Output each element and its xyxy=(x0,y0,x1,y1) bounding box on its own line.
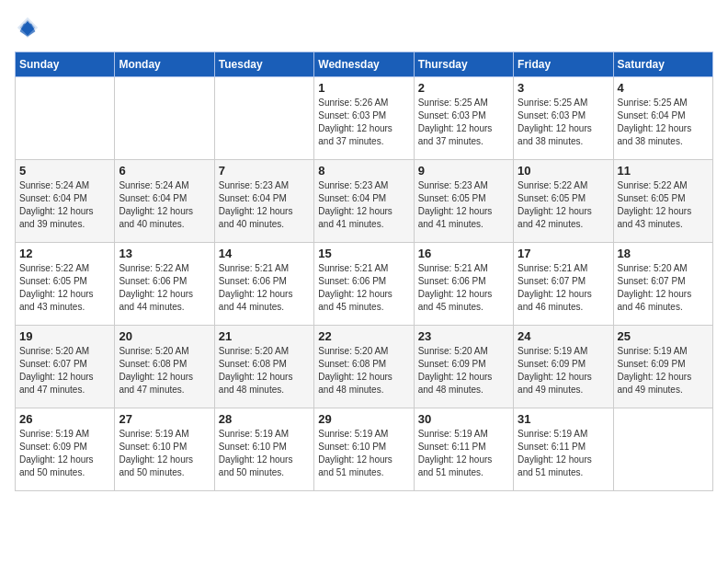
calendar-cell: 31Sunrise: 5:19 AM Sunset: 6:11 PM Dayli… xyxy=(514,408,613,491)
day-number: 27 xyxy=(119,412,210,426)
day-info: Sunrise: 5:20 AM Sunset: 6:08 PM Dayligh… xyxy=(119,345,210,396)
day-number: 9 xyxy=(418,164,509,178)
calendar-cell xyxy=(613,408,712,491)
day-info: Sunrise: 5:19 AM Sunset: 6:09 PM Dayligh… xyxy=(19,428,110,479)
calendar-cell: 22Sunrise: 5:20 AM Sunset: 6:08 PM Dayli… xyxy=(314,326,414,408)
day-number: 6 xyxy=(119,164,210,178)
day-info: Sunrise: 5:22 AM Sunset: 6:05 PM Dayligh… xyxy=(618,179,709,231)
day-info: Sunrise: 5:21 AM Sunset: 6:07 PM Dayligh… xyxy=(518,262,609,314)
calendar-cell: 24Sunrise: 5:19 AM Sunset: 6:09 PM Dayli… xyxy=(514,326,613,408)
calendar-cell: 17Sunrise: 5:21 AM Sunset: 6:07 PM Dayli… xyxy=(514,243,613,326)
calendar-table: SundayMondayTuesdayWednesdayThursdayFrid… xyxy=(15,52,713,491)
day-number: 24 xyxy=(518,329,609,343)
calendar-week-1: 5Sunrise: 5:24 AM Sunset: 6:04 PM Daylig… xyxy=(16,160,713,243)
day-number: 8 xyxy=(318,164,409,178)
calendar-cell: 2Sunrise: 5:25 AM Sunset: 6:03 PM Daylig… xyxy=(414,77,513,160)
day-info: Sunrise: 5:19 AM Sunset: 6:09 PM Dayligh… xyxy=(518,345,609,396)
page-header xyxy=(15,15,713,40)
logo-icon xyxy=(15,15,40,40)
calendar-cell: 6Sunrise: 5:24 AM Sunset: 6:04 PM Daylig… xyxy=(115,160,214,243)
day-info: Sunrise: 5:19 AM Sunset: 6:11 PM Dayligh… xyxy=(418,428,509,479)
day-number: 18 xyxy=(618,247,709,260)
day-number: 3 xyxy=(518,81,609,95)
calendar-cell xyxy=(115,77,214,160)
weekday-header-thursday: Thursday xyxy=(414,52,513,77)
day-info: Sunrise: 5:19 AM Sunset: 6:11 PM Dayligh… xyxy=(518,428,609,479)
day-number: 10 xyxy=(518,164,609,178)
calendar-cell: 3Sunrise: 5:25 AM Sunset: 6:03 PM Daylig… xyxy=(514,77,613,160)
day-number: 17 xyxy=(518,247,609,260)
weekday-header-wednesday: Wednesday xyxy=(314,52,414,77)
calendar-cell: 14Sunrise: 5:21 AM Sunset: 6:06 PM Dayli… xyxy=(214,243,313,326)
day-info: Sunrise: 5:25 AM Sunset: 6:03 PM Dayligh… xyxy=(518,97,609,148)
calendar-cell: 8Sunrise: 5:23 AM Sunset: 6:04 PM Daylig… xyxy=(314,160,414,243)
calendar-week-4: 26Sunrise: 5:19 AM Sunset: 6:09 PM Dayli… xyxy=(16,408,713,491)
day-info: Sunrise: 5:23 AM Sunset: 6:05 PM Dayligh… xyxy=(418,179,509,231)
calendar-week-3: 19Sunrise: 5:20 AM Sunset: 6:07 PM Dayli… xyxy=(16,326,713,408)
calendar-cell: 1Sunrise: 5:26 AM Sunset: 6:03 PM Daylig… xyxy=(314,77,414,160)
calendar-cell: 12Sunrise: 5:22 AM Sunset: 6:05 PM Dayli… xyxy=(16,243,115,326)
weekday-header-friday: Friday xyxy=(514,52,613,77)
weekday-header-tuesday: Tuesday xyxy=(214,52,313,77)
calendar-week-0: 1Sunrise: 5:26 AM Sunset: 6:03 PM Daylig… xyxy=(16,77,713,160)
day-info: Sunrise: 5:24 AM Sunset: 6:04 PM Dayligh… xyxy=(119,179,210,231)
day-number: 16 xyxy=(418,247,509,260)
day-info: Sunrise: 5:26 AM Sunset: 6:03 PM Dayligh… xyxy=(318,97,409,148)
calendar-cell: 5Sunrise: 5:24 AM Sunset: 6:04 PM Daylig… xyxy=(16,160,115,243)
day-number: 19 xyxy=(19,329,110,343)
day-number: 25 xyxy=(618,329,709,343)
logo xyxy=(15,15,44,40)
day-number: 4 xyxy=(618,81,709,95)
weekday-header-saturday: Saturday xyxy=(613,52,712,77)
calendar-cell: 9Sunrise: 5:23 AM Sunset: 6:05 PM Daylig… xyxy=(414,160,513,243)
calendar-cell: 26Sunrise: 5:19 AM Sunset: 6:09 PM Dayli… xyxy=(16,408,115,491)
day-number: 14 xyxy=(219,247,310,260)
day-info: Sunrise: 5:21 AM Sunset: 6:06 PM Dayligh… xyxy=(418,262,509,314)
calendar-week-2: 12Sunrise: 5:22 AM Sunset: 6:05 PM Dayli… xyxy=(16,243,713,326)
calendar-cell: 20Sunrise: 5:20 AM Sunset: 6:08 PM Dayli… xyxy=(115,326,214,408)
calendar-cell: 27Sunrise: 5:19 AM Sunset: 6:10 PM Dayli… xyxy=(115,408,214,491)
day-info: Sunrise: 5:24 AM Sunset: 6:04 PM Dayligh… xyxy=(19,179,110,231)
day-number: 21 xyxy=(219,329,310,343)
calendar-cell: 11Sunrise: 5:22 AM Sunset: 6:05 PM Dayli… xyxy=(613,160,712,243)
day-number: 26 xyxy=(19,412,110,426)
day-number: 5 xyxy=(19,164,110,178)
calendar-cell: 21Sunrise: 5:20 AM Sunset: 6:08 PM Dayli… xyxy=(214,326,313,408)
day-number: 31 xyxy=(518,412,609,426)
calendar-cell: 15Sunrise: 5:21 AM Sunset: 6:06 PM Dayli… xyxy=(314,243,414,326)
day-number: 22 xyxy=(318,329,409,343)
day-number: 11 xyxy=(618,164,709,178)
calendar-cell: 29Sunrise: 5:19 AM Sunset: 6:10 PM Dayli… xyxy=(314,408,414,491)
day-info: Sunrise: 5:23 AM Sunset: 6:04 PM Dayligh… xyxy=(219,179,310,231)
day-info: Sunrise: 5:19 AM Sunset: 6:09 PM Dayligh… xyxy=(618,345,709,396)
weekday-header-monday: Monday xyxy=(115,52,214,77)
calendar-cell: 30Sunrise: 5:19 AM Sunset: 6:11 PM Dayli… xyxy=(414,408,513,491)
calendar-cell: 28Sunrise: 5:19 AM Sunset: 6:10 PM Dayli… xyxy=(214,408,313,491)
day-number: 12 xyxy=(19,247,110,260)
day-number: 15 xyxy=(318,247,409,260)
day-info: Sunrise: 5:20 AM Sunset: 6:09 PM Dayligh… xyxy=(418,345,509,396)
day-info: Sunrise: 5:20 AM Sunset: 6:08 PM Dayligh… xyxy=(318,345,409,396)
calendar-cell: 13Sunrise: 5:22 AM Sunset: 6:06 PM Dayli… xyxy=(115,243,214,326)
day-number: 23 xyxy=(418,329,509,343)
day-info: Sunrise: 5:25 AM Sunset: 6:03 PM Dayligh… xyxy=(418,97,509,148)
day-info: Sunrise: 5:20 AM Sunset: 6:08 PM Dayligh… xyxy=(219,345,310,396)
calendar-cell: 10Sunrise: 5:22 AM Sunset: 6:05 PM Dayli… xyxy=(514,160,613,243)
day-number: 30 xyxy=(418,412,509,426)
day-info: Sunrise: 5:21 AM Sunset: 6:06 PM Dayligh… xyxy=(219,262,310,314)
calendar-cell: 16Sunrise: 5:21 AM Sunset: 6:06 PM Dayli… xyxy=(414,243,513,326)
day-number: 28 xyxy=(219,412,310,426)
day-info: Sunrise: 5:20 AM Sunset: 6:07 PM Dayligh… xyxy=(19,345,110,396)
day-number: 13 xyxy=(119,247,210,260)
day-info: Sunrise: 5:25 AM Sunset: 6:04 PM Dayligh… xyxy=(618,97,709,148)
calendar-cell xyxy=(16,77,115,160)
calendar-cell xyxy=(214,77,313,160)
calendar-cell: 23Sunrise: 5:20 AM Sunset: 6:09 PM Dayli… xyxy=(414,326,513,408)
day-number: 1 xyxy=(318,81,409,95)
day-number: 29 xyxy=(318,412,409,426)
calendar-cell: 18Sunrise: 5:20 AM Sunset: 6:07 PM Dayli… xyxy=(613,243,712,326)
day-info: Sunrise: 5:19 AM Sunset: 6:10 PM Dayligh… xyxy=(318,428,409,479)
day-info: Sunrise: 5:19 AM Sunset: 6:10 PM Dayligh… xyxy=(219,428,310,479)
day-number: 2 xyxy=(418,81,509,95)
calendar-cell: 19Sunrise: 5:20 AM Sunset: 6:07 PM Dayli… xyxy=(16,326,115,408)
